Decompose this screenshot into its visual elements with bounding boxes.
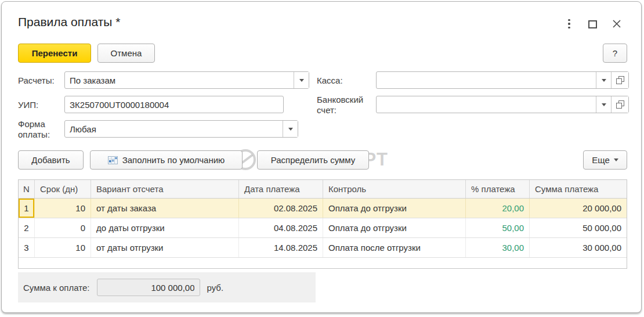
col-percent[interactable]: % платежа: [466, 180, 530, 198]
cell-variant[interactable]: от даты заказа: [91, 199, 239, 218]
total-panel: Сумма к оплате: руб.: [18, 272, 316, 302]
add-button[interactable]: Добавить: [18, 150, 84, 170]
cell-n[interactable]: 3: [19, 238, 35, 257]
more-label: Еще: [592, 155, 610, 165]
payment-rules-dialog: Правила оплаты * Перенести Отмена ? Расч…: [1, 1, 642, 313]
cell-date[interactable]: 04.08.2025: [239, 218, 323, 237]
fill-default-label: Заполнить по умолчанию: [122, 155, 225, 165]
cell-amount[interactable]: 50 000,00: [530, 218, 627, 237]
payment-form-label: Форма оплаты:: [18, 119, 54, 140]
table-row[interactable]: 2 0 до даты отгрузки 04.08.2025 Оплата д…: [19, 218, 627, 238]
more-button[interactable]: Еще: [583, 150, 627, 170]
fill-grid-icon: [108, 156, 118, 164]
table-row[interactable]: 3 10 от даты отгрузки 14.08.2025 Оплата …: [19, 238, 627, 258]
open-list-icon: [616, 76, 624, 84]
cell-term[interactable]: 10: [35, 199, 91, 218]
col-term[interactable]: Срок (дн): [35, 180, 91, 198]
kassa-value[interactable]: [377, 72, 596, 88]
cell-date[interactable]: 14.08.2025: [239, 238, 323, 257]
kassa-combo[interactable]: [376, 71, 629, 89]
cell-variant[interactable]: от даты отгрузки: [91, 238, 239, 257]
raschety-combo[interactable]: По заказам: [64, 71, 309, 89]
currency-label: руб.: [207, 283, 223, 293]
raschety-value[interactable]: По заказам: [65, 72, 294, 88]
uip-label: УИП:: [18, 100, 38, 110]
close-icon[interactable]: [612, 19, 622, 29]
fill-default-button[interactable]: Заполнить по умолчанию: [90, 150, 243, 170]
cell-percent[interactable]: 30,00: [466, 238, 530, 257]
cell-date[interactable]: 02.08.2025: [239, 199, 323, 218]
kassa-open-button[interactable]: [611, 72, 628, 88]
cell-amount[interactable]: 30 000,00: [530, 238, 627, 257]
payment-form-value[interactable]: Любая: [65, 121, 283, 137]
col-amount[interactable]: Сумма платежа: [530, 180, 627, 198]
cell-n[interactable]: 2: [19, 218, 35, 237]
cell-control[interactable]: Оплата до отгрузки: [323, 199, 466, 218]
total-label: Сумма к оплате:: [23, 283, 89, 293]
cell-n[interactable]: 1: [19, 199, 35, 218]
raschety-label: Расчеты:: [18, 75, 55, 86]
payment-form-dropdown-button[interactable]: [283, 121, 298, 137]
uip-input[interactable]: [64, 96, 284, 113]
bank-account-combo[interactable]: [376, 96, 629, 113]
bank-account-label: Банковский счет:: [317, 95, 366, 116]
col-date[interactable]: Дата платежа: [239, 180, 323, 198]
col-variant[interactable]: Вариант отсчета: [91, 180, 239, 198]
distribute-button[interactable]: Распределить сумму: [257, 150, 369, 170]
payment-form-combo[interactable]: Любая: [64, 120, 298, 138]
bank-account-value[interactable]: [377, 96, 596, 113]
cell-control[interactable]: Оплата до отгрузки: [323, 218, 466, 237]
chevron-down-icon: [614, 158, 618, 161]
bank-account-open-button[interactable]: [611, 96, 628, 113]
bank-account-dropdown-button[interactable]: [596, 96, 611, 113]
col-control[interactable]: Контроль: [323, 180, 466, 198]
cell-term[interactable]: 10: [35, 238, 91, 257]
transfer-button[interactable]: Перенести: [18, 44, 91, 63]
cell-control[interactable]: Оплата после отгрузки: [323, 238, 466, 257]
col-n[interactable]: N: [19, 180, 35, 198]
table-row[interactable]: 1 10 от даты заказа 02.08.2025 Оплата до…: [19, 199, 627, 218]
payment-table: N Срок (дн) Вариант отсчета Дата платежа…: [18, 179, 627, 269]
chevron-down-icon: [288, 128, 293, 131]
page-title: Правила оплаты *: [18, 15, 120, 29]
cell-percent[interactable]: 20,00: [466, 199, 530, 218]
chevron-down-icon: [602, 79, 606, 82]
cell-amount[interactable]: 20 000,00: [530, 199, 627, 218]
chevron-down-icon: [299, 79, 304, 82]
cancel-button[interactable]: Отмена: [97, 44, 155, 63]
kassa-label: Касса:: [317, 75, 343, 86]
cell-variant[interactable]: до даты отгрузки: [91, 218, 239, 237]
table-header: N Срок (дн) Вариант отсчета Дата платежа…: [19, 180, 627, 199]
cell-percent[interactable]: 50,00: [466, 218, 530, 237]
chevron-down-icon: [602, 103, 606, 106]
total-input[interactable]: [97, 279, 200, 296]
help-button[interactable]: ?: [603, 44, 627, 63]
maximize-icon[interactable]: [588, 20, 597, 28]
cell-term[interactable]: 0: [35, 218, 91, 237]
current-cell[interactable]: 1: [19, 199, 34, 218]
kebab-menu-icon[interactable]: [565, 19, 574, 29]
open-list-icon: [616, 100, 624, 109]
kassa-dropdown-button[interactable]: [596, 72, 611, 88]
raschety-dropdown-button[interactable]: [294, 72, 309, 88]
